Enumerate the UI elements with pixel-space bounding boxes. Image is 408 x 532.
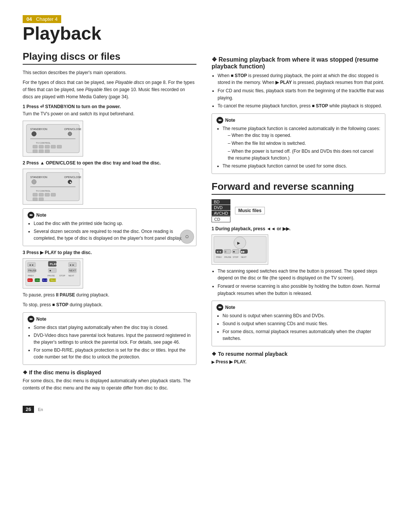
disc-tag-cd: CD: [212, 216, 230, 222]
note-icon-1: ✏: [28, 212, 34, 219]
disc-tags: BD DVD AVCHD CD: [212, 199, 231, 222]
note-resume-sub-2: When the file list window is switched.: [228, 140, 380, 147]
svg-text:TV CONTROL: TV CONTROL: [36, 190, 51, 192]
chapter-label: Chapter 4: [36, 16, 57, 22]
svg-text:▶▶: ▶▶: [241, 250, 245, 253]
device-diagram-2: STANDBY/ON OPEN/CLOSE ▲ TV CONTROL: [23, 169, 83, 205]
device-diagram-1: STANDBY/ON OPEN/CLOSE TV CONTROL: [23, 121, 83, 157]
chapter-tag: 04 Chapter 4: [23, 15, 385, 24]
disc-tags-row: BD DVD AVCHD CD Music files: [212, 199, 385, 222]
svg-rect-14: [45, 150, 49, 153]
pause-text: To pause, press II PAUSE during playback…: [23, 292, 196, 299]
note1-list: Load the disc with the printed side faci…: [28, 220, 192, 242]
svg-text:II: II: [225, 250, 226, 253]
resume-title: ❖ Resuming playback from where it was st…: [212, 56, 385, 70]
note-resume-sub-3: When the power is turned off. (For BDs a…: [228, 148, 380, 161]
svg-point-4: [68, 132, 72, 136]
intro1: This section describes the player's main…: [23, 69, 196, 76]
note-icon-scanning: ✏: [216, 304, 223, 311]
svg-text:OPEN/CLOSE: OPEN/CLOSE: [64, 128, 81, 130]
step2-label: 2 Press ▲ OPEN/CLOSE to open the disc tr…: [23, 160, 196, 166]
page-number: 26: [23, 406, 34, 413]
chapter-number: 04: [26, 16, 32, 22]
svg-text:◄◄: ◄◄: [29, 264, 34, 266]
svg-text:GREEN: GREEN: [35, 280, 42, 282]
page-title: Playback: [23, 24, 385, 44]
note-resume-list: The resume playback function is canceled…: [216, 125, 380, 169]
svg-text:NEXT: NEXT: [68, 275, 74, 277]
svg-rect-10: [51, 145, 56, 148]
device-diagram-3: ◄◄ PLAY ►► PAUSE ■ NEXT PREV PAUSE STOP …: [23, 258, 83, 288]
note-resume-title: ✏ Note: [216, 117, 380, 124]
note-scanning-item-3: For some discs, normal playback resumes …: [223, 328, 380, 342]
note2-list: Some discs start playing automatically w…: [28, 324, 192, 360]
disc-menu-text: For some discs, the disc menu is display…: [23, 377, 196, 391]
note1-item-2: Several dozen seconds are required to re…: [34, 228, 192, 242]
step3-label: 3 Press ▶ PLAY to play the disc.: [23, 250, 196, 255]
resume-item-1: When ■ STOP is pressed during playback, …: [218, 72, 385, 86]
device-svg-1: STANDBY/ON OPEN/CLOSE TV CONTROL: [25, 123, 81, 155]
svg-rect-21: [30, 186, 76, 187]
note-resume-sublist: When the disc tray is opened. When the f…: [223, 132, 380, 161]
svg-text:OPEN/CLOSE: OPEN/CLOSE: [64, 176, 81, 178]
to-resume-title: To resume normal playback: [212, 351, 385, 357]
section1-title: Playing discs or files: [23, 51, 196, 65]
remote-svg-scan: ▶ ◄◄ II ■ ▶▶ PREV PAUSE STOP NEXT: [213, 235, 267, 264]
svg-text:PLAY: PLAY: [50, 262, 58, 266]
svg-rect-7: [33, 145, 37, 148]
svg-rect-27: [33, 198, 37, 201]
resume-list: When ■ STOP is pressed during playback, …: [212, 72, 385, 110]
note-scanning-item-2: Sound is output when scanning CDs and mu…: [223, 320, 380, 327]
note-scanning-item-1: No sound is output when scanning BDs and…: [223, 312, 380, 319]
svg-rect-13: [39, 150, 43, 153]
svg-rect-24: [39, 193, 43, 196]
note-resume-sub-1: When the disc tray is opened.: [228, 132, 380, 139]
resume-item-3: To cancel the resume playback function, …: [218, 102, 385, 110]
scanning-note-2: Forward or reverse scanning is also poss…: [218, 283, 385, 297]
scanning-note-1: The scanning speed switches each time th…: [218, 268, 385, 282]
main-content: Playing discs or files This section desc…: [23, 51, 385, 394]
svg-text:►►: ►►: [70, 264, 74, 266]
svg-text:BLUE: BLUE: [42, 280, 47, 282]
device-svg-3: ◄◄ PLAY ►► PAUSE ■ NEXT PREV PAUSE STOP …: [25, 258, 81, 288]
svg-text:PREV: PREV: [216, 256, 222, 258]
svg-text:STANDBY/ON: STANDBY/ON: [30, 176, 47, 178]
svg-text:PAUSE: PAUSE: [224, 256, 232, 258]
svg-rect-5: [30, 138, 76, 139]
svg-text:PAUSE: PAUSE: [28, 269, 37, 272]
to-resume-step: Press ▶ PLAY.: [212, 359, 385, 364]
right-column: ❖ Resuming playback from where it was st…: [212, 51, 385, 394]
intro2: For the types of discs that can be playe…: [23, 79, 196, 100]
svg-rect-28: [39, 198, 43, 201]
scan-step1-label: 1 During playback, press ◄◄ or ▶▶.: [212, 226, 385, 231]
disc-tag-bd: BD: [212, 199, 230, 205]
svg-rect-26: [51, 193, 56, 196]
note-box-1: ✏ Note Load the disc with the printed si…: [23, 208, 196, 246]
svg-text:TV CONTROL: TV CONTROL: [36, 142, 51, 144]
svg-point-18: [32, 180, 36, 184]
note2-item-3: For some BD-R/RE, playback protection is…: [34, 347, 192, 360]
svg-text:◄◄: ◄◄: [216, 250, 221, 253]
page-footer: 26 En: [23, 406, 385, 413]
disc-tag-avchd: AVCHD: [212, 211, 230, 216]
note-resume-item-1: The resume playback function is canceled…: [223, 125, 380, 161]
note2-title: ✏ Note: [28, 316, 192, 323]
svg-rect-11: [57, 145, 62, 148]
section3-title: Forward and reverse scanning: [212, 181, 385, 195]
note1-title: ✏ Note: [28, 212, 192, 219]
note-icon-2: ✏: [28, 316, 34, 323]
stop-text: To stop, press ■ STOP during playback.: [23, 301, 196, 309]
chapter-header: 04 Chapter 4 Playback: [23, 15, 385, 44]
svg-rect-23: [33, 193, 37, 196]
note-icon-resume: ✏: [216, 117, 223, 124]
step1-sub: Turn the TV's power on and switch its in…: [23, 110, 196, 118]
left-column: Playing discs or files This section desc…: [23, 51, 196, 394]
svg-text:PREV: PREV: [28, 275, 34, 277]
svg-text:■: ■: [49, 269, 51, 272]
disc-menu-title: If the disc menu is displayed: [23, 369, 196, 375]
resume-item-2: For CD and music files, playback starts …: [218, 87, 385, 101]
svg-point-31: [186, 236, 188, 237]
svg-text:RED: RED: [28, 280, 32, 282]
svg-rect-12: [33, 150, 37, 153]
note-box-2: ✏ Note Some discs start playing automati…: [23, 312, 196, 365]
